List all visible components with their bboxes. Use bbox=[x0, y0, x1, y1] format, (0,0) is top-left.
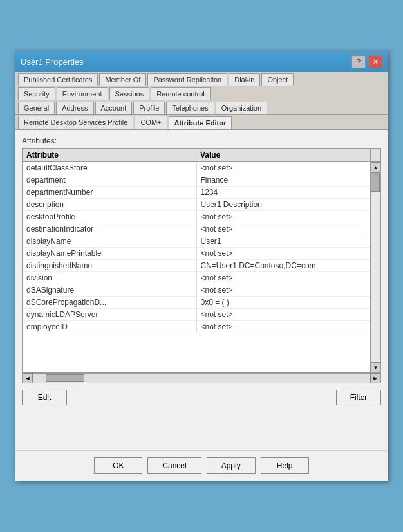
scroll-thumb[interactable] bbox=[371, 172, 380, 192]
table-row[interactable]: dynamicLDAPServer<not set> bbox=[23, 309, 370, 321]
title-bar: User1 Properties ? ✕ bbox=[15, 51, 388, 72]
table-row[interactable]: dSASignature<not set> bbox=[23, 284, 370, 297]
th-value: Value bbox=[196, 149, 370, 161]
attributes-table: Attribute Value defaultClassStore<not se… bbox=[22, 148, 381, 373]
tab-security[interactable]: Security bbox=[18, 87, 55, 100]
cancel-button[interactable]: Cancel bbox=[147, 457, 201, 474]
scroll-down-arrow[interactable]: ▼ bbox=[371, 362, 381, 372]
table-row[interactable]: destinationIndicator<not set> bbox=[23, 223, 370, 235]
th-attribute: Attribute bbox=[23, 149, 196, 161]
tab-account[interactable]: Account bbox=[95, 102, 133, 114]
tab-attribute-editor[interactable]: Attribute Editor bbox=[169, 116, 232, 129]
table-row[interactable]: distinguishedNameCN=User1,DC=Contoso,DC=… bbox=[23, 260, 370, 272]
table-row[interactable]: defaultClassStore<not set> bbox=[23, 162, 370, 174]
footer-buttons: OK Cancel Apply Help bbox=[15, 450, 388, 481]
tab-com-plus[interactable]: COM+ bbox=[135, 116, 167, 129]
dialog-title: User1 Properties bbox=[21, 57, 84, 67]
tab-general[interactable]: General bbox=[18, 102, 55, 114]
scroll-up-arrow[interactable]: ▲ bbox=[371, 162, 381, 172]
tab-row-2: Security Environment Sessions Remote con… bbox=[15, 86, 388, 100]
table-row[interactable]: displayNameUser1 bbox=[23, 235, 370, 248]
tab-address[interactable]: Address bbox=[56, 102, 93, 114]
table-row[interactable]: descriptionUser1 Description bbox=[23, 199, 370, 211]
table-header-row: Attribute Value bbox=[23, 149, 380, 162]
table-row[interactable]: employeeID<not set> bbox=[23, 321, 370, 333]
table-row[interactable]: dSCorePropagationD...0x0 = ( ) bbox=[23, 297, 370, 309]
filter-button[interactable]: Filter bbox=[336, 390, 381, 405]
close-button[interactable]: ✕ bbox=[368, 55, 382, 68]
edit-button[interactable]: Edit bbox=[22, 390, 67, 405]
table-inner: defaultClassStore<not set> departmentFin… bbox=[23, 162, 380, 372]
tab-row-3: General Address Account Profile Telephon… bbox=[15, 100, 388, 115]
help-button[interactable]: ? bbox=[351, 55, 366, 68]
tab-member-of[interactable]: Member Of bbox=[99, 73, 146, 86]
tab-row-4: Remote Desktop Services Profile COM+ Att… bbox=[15, 115, 388, 129]
action-buttons: Edit Filter bbox=[22, 390, 381, 405]
help-footer-button[interactable]: Help bbox=[261, 457, 309, 474]
tab-dial-in[interactable]: Dial-in bbox=[229, 73, 260, 86]
tab-row-1: Published Certificates Member Of Passwor… bbox=[15, 72, 388, 86]
tab-password-replication[interactable]: Password Replication bbox=[147, 73, 227, 86]
ok-button[interactable]: OK bbox=[94, 457, 142, 474]
spacer-area bbox=[15, 412, 388, 450]
main-dialog: User1 Properties ? ✕ Published Certifica… bbox=[15, 51, 388, 481]
table-row[interactable]: departmentNumber1234 bbox=[23, 187, 370, 199]
attributes-label: Attributes: bbox=[22, 136, 381, 145]
tab-rows-wrapper: Published Certificates Member Of Passwor… bbox=[15, 72, 388, 129]
table-row[interactable]: displayNamePrintable<not set> bbox=[23, 248, 370, 260]
horizontal-scrollbar[interactable]: ◄ ► bbox=[22, 373, 381, 383]
tab-remote-control[interactable]: Remote control bbox=[151, 87, 211, 100]
scroll-right-arrow[interactable]: ► bbox=[370, 373, 380, 383]
table-row[interactable]: departmentFinance bbox=[23, 174, 370, 187]
scroll-left-arrow[interactable]: ◄ bbox=[23, 373, 33, 383]
h-scroll-track[interactable] bbox=[33, 374, 370, 383]
table-row[interactable]: division<not set> bbox=[23, 272, 370, 284]
tab-organization[interactable]: Organization bbox=[216, 102, 267, 114]
tab-remote-desktop-services-profile[interactable]: Remote Desktop Services Profile bbox=[18, 116, 133, 129]
tab-sessions[interactable]: Sessions bbox=[109, 87, 150, 100]
tab-telephones[interactable]: Telephones bbox=[166, 102, 214, 114]
tab-environment[interactable]: Environment bbox=[57, 87, 108, 100]
scroll-track[interactable] bbox=[371, 172, 380, 362]
table-data: defaultClassStore<not set> departmentFin… bbox=[23, 162, 370, 372]
tab-object[interactable]: Object bbox=[261, 73, 294, 86]
tab-published-certificates[interactable]: Published Certificates bbox=[18, 73, 98, 86]
tab-profile[interactable]: Profile bbox=[133, 102, 165, 114]
apply-button[interactable]: Apply bbox=[207, 457, 256, 474]
h-scroll-thumb[interactable] bbox=[46, 374, 84, 382]
table-row[interactable]: desktopProfile<not set> bbox=[23, 211, 370, 223]
vertical-scrollbar[interactable]: ▲ ▼ bbox=[370, 162, 380, 372]
title-bar-buttons: ? ✕ bbox=[351, 55, 382, 68]
content-area: Attributes: Attribute Value defaultClass… bbox=[15, 129, 388, 412]
